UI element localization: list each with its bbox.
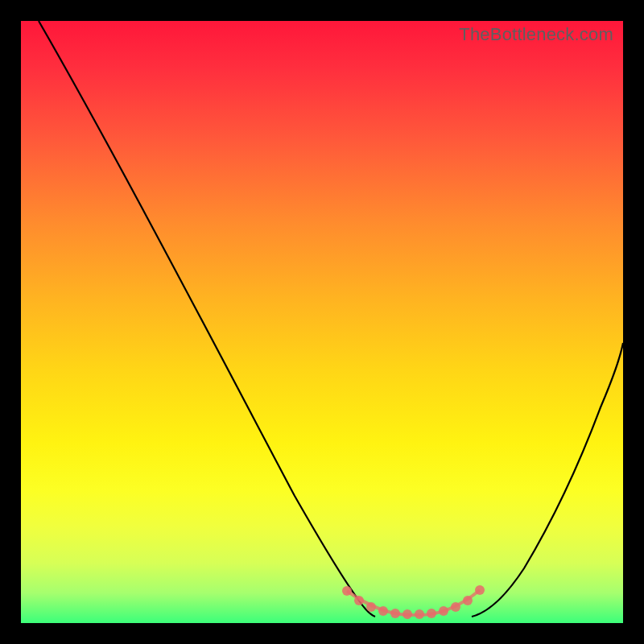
right-curve — [472, 343, 623, 617]
chart-stage: TheBottleneck.com — [0, 0, 644, 644]
chart-svg — [21, 21, 623, 623]
left-curve — [39, 21, 375, 617]
plot-area: TheBottleneck.com — [21, 21, 623, 623]
